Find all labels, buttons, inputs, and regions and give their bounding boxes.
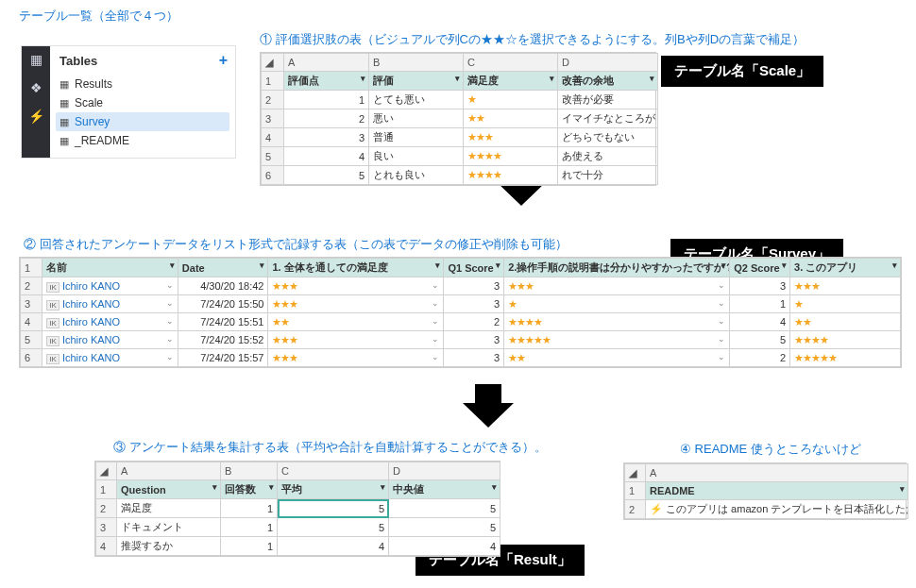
cell[interactable]: 1 (221, 499, 278, 518)
chevron-down-icon[interactable]: ⌄ (718, 280, 725, 290)
field-header[interactable]: 評価 (369, 72, 464, 91)
cell[interactable]: ★★ (464, 109, 558, 128)
chevron-down-icon[interactable]: ⌄ (166, 298, 174, 308)
cell[interactable]: 5 (278, 518, 389, 537)
cell[interactable]: 3 (444, 295, 504, 313)
cell[interactable]: ★⌄ (504, 295, 730, 313)
col-header[interactable]: D (389, 462, 500, 480)
col-header[interactable]: A (284, 54, 369, 72)
cell[interactable]: 4 (730, 313, 790, 331)
cell[interactable]: 良い (369, 147, 464, 166)
corner-cell[interactable]: ◢ (625, 464, 646, 482)
row-header[interactable]: 4 (262, 128, 284, 147)
row-header[interactable]: 1 (262, 72, 284, 91)
chevron-down-icon[interactable]: ⌄ (432, 352, 439, 361)
cell[interactable]: ★★★ (790, 277, 901, 295)
chevron-down-icon[interactable]: ⌄ (718, 316, 725, 326)
cell[interactable]: 7/24/20 15:52 (178, 331, 268, 349)
cell[interactable]: 5 (284, 166, 369, 185)
cell[interactable]: 1 (221, 518, 278, 537)
row-header[interactable]: 3 (96, 518, 117, 537)
row-header[interactable]: 3 (21, 295, 42, 313)
col-header[interactable]: C (464, 54, 558, 72)
chevron-down-icon[interactable]: ⌄ (166, 334, 174, 344)
cell[interactable]: ★★★⌄ (268, 295, 444, 313)
cell[interactable]: 5 (389, 499, 500, 518)
cell[interactable]: ★★ (790, 313, 901, 331)
cell[interactable]: イマイチなところが (558, 109, 658, 128)
cell[interactable]: 2 (284, 109, 369, 128)
cell[interactable]: ★★★★ (464, 147, 558, 166)
cell[interactable]: IKIchiro KANO⌄ (42, 295, 178, 313)
field-header[interactable]: 2.操作手順の説明書は分かりやすかったですか？ (504, 259, 730, 277)
chevron-down-icon[interactable]: ⌄ (432, 316, 439, 326)
field-header[interactable]: Date (178, 259, 268, 277)
field-header[interactable]: Q2 Score (730, 259, 790, 277)
cell[interactable]: 5 (278, 499, 389, 518)
row-header[interactable]: 2 (21, 277, 42, 295)
row-header[interactable]: 1 (96, 480, 117, 499)
field-header[interactable]: Q1 Score (444, 259, 504, 277)
cell[interactable]: 1 (730, 295, 790, 313)
cell[interactable]: 普通 (369, 128, 464, 147)
cell[interactable]: 7/24/20 15:51 (178, 313, 268, 331)
chevron-down-icon[interactable]: ⌄ (432, 334, 439, 344)
cell[interactable]: ★★★⌄ (268, 277, 444, 295)
cell[interactable]: 7/24/20 15:57 (178, 349, 268, 367)
table-item-scale[interactable]: ▦ Scale (56, 93, 229, 112)
cell[interactable]: ⚡ このアプリは amazon テンプレートを日本語化しただけです。 (646, 500, 908, 519)
cell[interactable]: 悪い (369, 109, 464, 128)
field-header[interactable]: 平均 (278, 480, 389, 499)
cell[interactable]: ★ (464, 91, 558, 109)
col-header[interactable]: C (278, 462, 389, 480)
field-header[interactable]: 満足度 (464, 72, 558, 91)
row-header[interactable]: 6 (262, 166, 284, 185)
cell[interactable]: 1 (284, 91, 369, 109)
row-header[interactable]: 6 (21, 349, 42, 367)
col-header[interactable]: D (558, 54, 658, 72)
chevron-down-icon[interactable]: ⌄ (718, 298, 725, 308)
cell[interactable]: ★★★★⌄ (504, 313, 730, 331)
cell[interactable]: 5 (389, 518, 500, 537)
bolt-icon[interactable]: ⚡ (28, 109, 44, 124)
row-header[interactable]: 3 (262, 109, 284, 128)
cell[interactable]: IKIchiro KANO⌄ (42, 331, 178, 349)
col-header[interactable]: B (369, 54, 464, 72)
cell[interactable]: 2 (730, 349, 790, 367)
field-header[interactable]: 評価点 (284, 72, 369, 91)
cell[interactable]: 推奨するか (117, 537, 221, 556)
cell[interactable]: 1 (221, 537, 278, 556)
cell[interactable]: ★★⌄ (268, 313, 444, 331)
cell[interactable]: 3 (284, 128, 369, 147)
field-header[interactable]: 1. 全体を通しての満足度 (268, 259, 444, 277)
col-header[interactable]: B (221, 462, 278, 480)
row-header[interactable]: 4 (21, 313, 42, 331)
cell[interactable]: 改善が必要 (558, 91, 658, 109)
field-header[interactable]: README (646, 482, 908, 500)
table-item-readme[interactable]: ▦ _README (56, 131, 229, 150)
cell[interactable]: 7/24/20 15:50 (178, 295, 268, 313)
table-item-survey[interactable]: ▦ Survey (56, 112, 229, 131)
cell[interactable]: れで十分 (558, 166, 658, 185)
cell[interactable]: 満足度 (117, 499, 221, 518)
cell[interactable]: IKIchiro KANO⌄ (42, 313, 178, 331)
cell[interactable]: ドキュメント (117, 518, 221, 537)
field-header[interactable]: Question (117, 480, 221, 499)
cell[interactable]: 4/30/20 18:42 (178, 277, 268, 295)
cell[interactable]: 3 (444, 331, 504, 349)
cell[interactable]: ★★★ (464, 128, 558, 147)
row-header[interactable]: 1 (21, 259, 42, 277)
cell[interactable]: ★★★⌄ (268, 331, 444, 349)
row-header[interactable]: 2 (625, 500, 646, 519)
corner-cell[interactable]: ◢ (96, 462, 117, 480)
table-item-results[interactable]: ▦ Results (56, 75, 229, 93)
field-header[interactable]: 中央値 (389, 480, 500, 499)
add-table-button[interactable]: + (219, 52, 228, 69)
cell[interactable]: 3 (444, 349, 504, 367)
field-header[interactable]: 3. このアプリ (790, 259, 901, 277)
row-header[interactable]: 1 (625, 482, 646, 500)
field-header[interactable]: 回答数 (221, 480, 278, 499)
chevron-down-icon[interactable]: ⌄ (166, 316, 174, 326)
col-header[interactable]: A (646, 464, 908, 482)
cell[interactable]: 4 (278, 537, 389, 556)
